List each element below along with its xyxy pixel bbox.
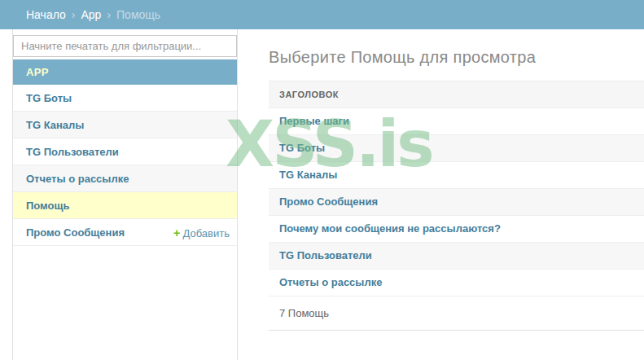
breadcrumb-app-link[interactable]: App [81,8,101,21]
row-link[interactable]: TG Каналы [279,169,337,181]
sidebar-item-otchety[interactable]: Отчеты о рассылке [13,165,237,192]
changelist-table: ЗАГОЛОВОК Первые шаги TG Боты TG Каналы … [269,81,644,331]
breadcrumb-separator: › [72,8,76,21]
sidebar-item-tg-boty[interactable]: TG Боты [13,85,237,112]
sidebar-item-label[interactable]: Промо Сообщения [26,226,125,239]
sidebar-item-tg-polzovateli[interactable]: TG Пользователи [13,138,237,165]
sidebar-item-promo[interactable]: Промо Сообщения +Добавить [13,219,237,246]
paginator-count: 7 Помощь [269,296,644,331]
breadcrumb-current: Помощь [116,8,160,21]
add-button[interactable]: +Добавить [173,226,230,239]
breadcrumb-separator: › [107,8,111,21]
plus-icon: + [173,226,181,239]
sidebar-item-label[interactable]: Помощь [26,200,69,212]
sidebar-item-pomosch-current[interactable]: Помощь [13,192,237,219]
table-row[interactable]: Почему мои сообщения не рассылаются? [269,216,644,243]
row-link[interactable]: TG Боты [279,142,325,154]
breadcrumb-bar: Начало › App › Помощь [0,0,644,29]
row-link[interactable]: Отчеты о рассылке [279,276,382,288]
sidebar-item-tg-kanaly[interactable]: TG Каналы [13,112,237,138]
row-link[interactable]: TG Пользователи [279,249,372,261]
page-title: Выберите Помощь для просмотра [269,48,644,67]
sidebar-filter-input[interactable] [13,35,237,57]
sidebar-item-label[interactable]: TG Боты [26,92,72,104]
table-column-header[interactable]: ЗАГОЛОВОК [269,81,644,108]
table-row[interactable]: Первые шаги [269,108,644,135]
sidebar-item-label[interactable]: TG Пользователи [26,146,119,158]
row-link[interactable]: Первые шаги [279,115,349,127]
main-content: Выберите Помощь для просмотра ЗАГОЛОВОК … [269,29,644,331]
table-row[interactable]: TG Каналы [269,162,644,189]
breadcrumb-home-link[interactable]: Начало [26,8,66,21]
row-link[interactable]: Почему мои сообщения не рассылаются? [279,222,501,235]
row-link[interactable]: Промо Сообщения [279,195,378,208]
sidebar-app-header[interactable]: APP [13,59,237,85]
table-row[interactable]: TG Пользователи [269,243,644,270]
add-button-label: Добавить [183,227,230,239]
sidebar-item-label[interactable]: Отчеты о рассылке [26,173,129,185]
nav-sidebar: APP TG Боты TG Каналы TG Пользователи От… [12,29,238,360]
table-row[interactable]: TG Боты [269,135,644,162]
table-row[interactable]: Промо Сообщения [269,189,644,216]
sidebar-item-label[interactable]: TG Каналы [26,119,84,131]
table-row[interactable]: Отчеты о рассылке [269,270,644,296]
